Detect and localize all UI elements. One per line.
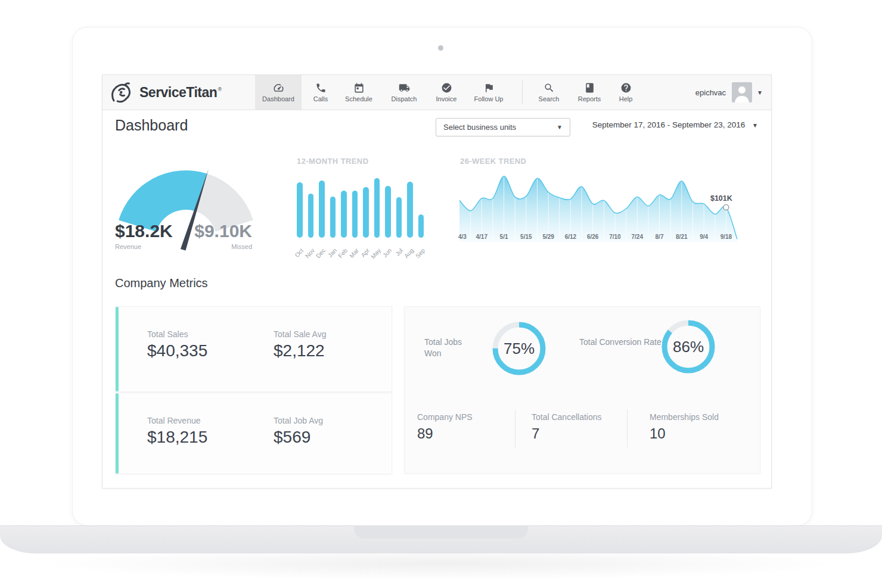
bar-feb (341, 191, 347, 238)
bar-jan (330, 197, 336, 238)
svg-text:5/1: 5/1 (500, 234, 508, 240)
metric-label: Total Sale Avg (274, 329, 326, 339)
bar-dec (319, 181, 325, 238)
revenue-label: Revenue (115, 243, 173, 250)
stats-divider (515, 409, 515, 447)
twenty-six-week-svg: 4/34/175/15/155/296/126/267/107/248/78/2… (457, 169, 743, 247)
nav-item-follow-up[interactable]: Follow Up (467, 75, 510, 110)
total-cancellations-stat: Total Cancellations 7 (532, 412, 602, 442)
bar-axis-label: Feb (337, 247, 349, 259)
laptop-notch (354, 526, 528, 539)
bar-aug (407, 182, 413, 238)
total-conversion-rate-label: Total Conversion Rate (579, 337, 663, 348)
twelve-month-labels: OctNovDecJanFebMarAprMayJunJulAugSep (297, 240, 429, 260)
nav-item-dispatch[interactable]: Dispatch (384, 75, 424, 110)
search-icon (544, 82, 555, 94)
sales-card: Total Sales $40,335 Total Sale Avg $2,12… (115, 306, 392, 392)
total-jobs-won-donut: 75% (490, 320, 548, 377)
stat-label: Total Cancellations (532, 412, 602, 422)
laptop-base (0, 525, 882, 553)
nav-item-schedule[interactable]: Schedule (340, 75, 378, 110)
flag-icon (483, 82, 495, 94)
twelve-month-trend-title: 12-MONTH TREND (297, 157, 368, 166)
brand-name: ServiceTitan (139, 85, 217, 101)
nav-item-calls[interactable]: Calls (304, 75, 337, 110)
nav-item-search[interactable]: Search (531, 75, 567, 110)
donut-percent: 86% (660, 318, 717, 375)
bar-axis-label: Nov (304, 247, 316, 260)
bar-axis-label: Jul (394, 247, 404, 257)
servicetitan-logo-icon (110, 80, 135, 105)
business-units-label: Select business units (443, 123, 516, 132)
chevron-down-icon: ▼ (752, 122, 758, 129)
bar-jun (385, 186, 391, 238)
total-conversion-rate-donut: 86% (660, 318, 717, 375)
bar-mar (352, 191, 358, 238)
chevron-down-icon: ▼ (557, 124, 563, 130)
metric-value: $18,215 (147, 428, 207, 447)
bar-sep (418, 214, 424, 238)
stat-value: 7 (532, 425, 602, 442)
check-circle-icon (441, 82, 452, 94)
date-range-text: September 17, 2016 - September 23, 2016 (592, 120, 746, 129)
person-icon (732, 82, 752, 102)
svg-text:4/3: 4/3 (458, 234, 467, 240)
bar-axis-label: Jun (381, 247, 393, 259)
calendar-icon (353, 82, 365, 94)
nav-label: Help (619, 95, 633, 102)
company-nps-stat: Company NPS 89 (417, 412, 473, 442)
company-metrics-title: Company Metrics (115, 276, 208, 290)
svg-text:6/26: 6/26 (587, 234, 599, 240)
nav-item-dashboard[interactable]: Dashboard (255, 75, 302, 110)
total-jobs-won-label: Total Jobs Won (424, 337, 477, 359)
gauge-icon (273, 82, 284, 94)
twelve-month-bars (297, 178, 429, 238)
donut-percent: 75% (490, 320, 548, 377)
bar-may (374, 178, 380, 238)
svg-text:5/29: 5/29 (542, 234, 554, 240)
svg-text:9/18: 9/18 (720, 234, 732, 240)
bar-axis-label: Sep (414, 247, 426, 260)
help-icon (620, 82, 632, 94)
nav-label: Reports (578, 95, 601, 102)
svg-text:9/4: 9/4 (700, 234, 708, 240)
total-job-avg-metric: Total Job Avg $569 (274, 416, 323, 447)
gauge-values: $18.2K Revenue $9.10K Missed (115, 221, 252, 250)
stat-value: 89 (417, 425, 473, 442)
nav-label: Calls (313, 95, 328, 102)
memberships-sold-stat: Memberships Sold 10 (650, 412, 719, 442)
bar-axis-label: Apr (359, 247, 371, 259)
truck-icon (399, 82, 410, 94)
date-range-picker[interactable]: September 17, 2016 - September 23, 2016 … (592, 120, 758, 129)
metric-label: Total Revenue (147, 416, 207, 425)
book-icon (584, 82, 595, 94)
twenty-six-week-area-chart: 4/34/175/15/155/296/126/267/107/248/78/2… (457, 169, 743, 247)
card-accent-bar (116, 307, 119, 391)
stat-value: 10 (650, 425, 719, 442)
chevron-down-icon: ▼ (757, 89, 763, 96)
app-window: ServiceTitan ® Dashboard Calls Schedule … (102, 74, 772, 489)
bar-axis-label: May (369, 247, 382, 260)
card-accent-bar (116, 393, 119, 474)
missed-value: $9.10K (194, 221, 252, 241)
total-sale-avg-metric: Total Sale Avg $2,122 (274, 329, 326, 360)
missed-label: Missed (194, 243, 252, 250)
bar-axis-label: Oct (293, 247, 305, 259)
kpi-panel: Total Jobs Won 75% Total Conversion Rate… (404, 306, 760, 474)
nav-label: Dispatch (392, 95, 417, 102)
metric-value: $569 (274, 428, 323, 447)
nav-item-invoice[interactable]: Invoice (428, 75, 464, 110)
svg-text:6/12: 6/12 (565, 234, 577, 240)
brand-logo[interactable]: ServiceTitan ® (110, 79, 222, 106)
user-menu[interactable]: epichvac ▼ (695, 81, 763, 104)
nav-item-help[interactable]: Help (611, 75, 641, 110)
twenty-six-week-trend-title: 26-WEEK TREND (460, 157, 526, 166)
revenue-metric: $18.2K Revenue (115, 221, 173, 250)
business-units-select[interactable]: Select business units ▼ (436, 118, 570, 136)
bar-oct (297, 182, 303, 238)
svg-text:$101K: $101K (710, 194, 732, 203)
nav-label: Dashboard (262, 95, 294, 102)
stat-label: Memberships Sold (650, 412, 719, 422)
nav-item-reports[interactable]: Reports (571, 75, 608, 110)
nav-label: Search (539, 95, 560, 102)
